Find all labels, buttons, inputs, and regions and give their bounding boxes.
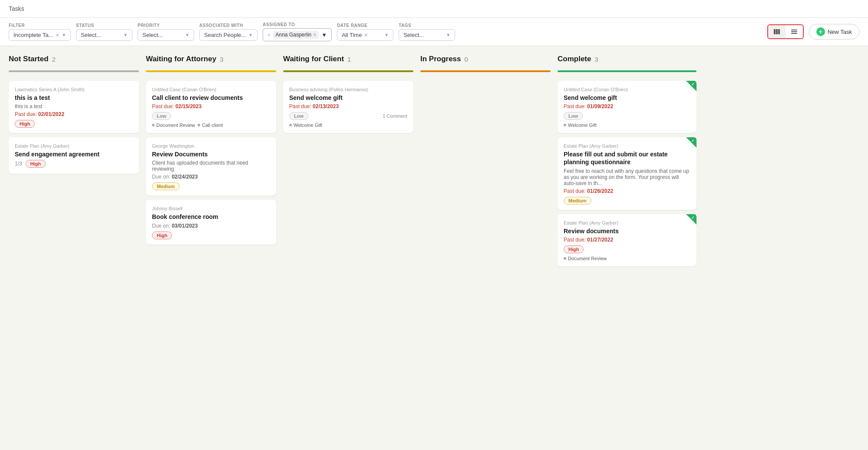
status-group: STATUS Select... ▼: [76, 23, 132, 41]
card-subtitle: Client has uploaded documents that need …: [152, 160, 270, 172]
page-title: Tasks: [9, 5, 24, 12]
column-count: 2: [52, 56, 56, 63]
card-subtitle: this is a test: [15, 103, 133, 109]
task-card[interactable]: George WashingtonReview DocumentsClient …: [146, 137, 276, 195]
status-label: STATUS: [76, 23, 132, 28]
assigned-label: ASSIGNED TO: [263, 22, 332, 27]
card-title: Send welcome gift: [564, 94, 690, 102]
card-meta: Estate Plan (Amy Garber): [564, 220, 690, 225]
task-card[interactable]: Business advising (Pollos Hermanos)Send …: [283, 81, 413, 133]
kanban-view-button[interactable]: [768, 25, 785, 38]
column-bar: [420, 70, 551, 72]
card-due-date: Past due: 02/15/2023: [152, 103, 270, 109]
tags-dropdown[interactable]: Select... ▼: [399, 29, 455, 41]
column-title: Not Started: [9, 55, 49, 63]
chevron-down-icon: ▼: [384, 33, 389, 37]
tag-item: Document Review: [564, 256, 607, 261]
tag-dot: [152, 124, 155, 126]
priority-dropdown[interactable]: Select... ▼: [138, 29, 194, 41]
remove-assigned[interactable]: ×: [313, 32, 316, 38]
complete-checkmark: ✓: [686, 214, 696, 225]
card-subtitle: Feel free to reach out with any question…: [564, 168, 690, 186]
view-toggle: [767, 24, 804, 39]
task-card[interactable]: ✓Untitled Case (Conan O'Brien)Send welco…: [558, 81, 696, 133]
column-header: In Progress0: [420, 55, 551, 63]
column-count: 3: [594, 56, 598, 63]
priority-badge: High: [564, 245, 584, 253]
card-meta: Untitled Case (Conan O'Brien): [564, 87, 690, 92]
complete-checkmark: ✓: [686, 137, 696, 148]
new-task-button[interactable]: + New Task: [809, 24, 859, 40]
card-due-date: Past due: 02/13/2023: [289, 103, 407, 109]
status-value: Select...: [81, 32, 101, 38]
column-title: Complete: [558, 55, 591, 63]
priority-badge: High: [15, 120, 35, 128]
associated-value: Search People...: [204, 32, 246, 38]
date-range-label: DATE RANGE: [337, 23, 393, 28]
date-range-value: All Time: [342, 32, 362, 38]
card-tags: Document ReviewCall client: [152, 122, 270, 128]
filter-label: FILTER: [9, 23, 71, 28]
comment-count: 1 Comment: [383, 113, 407, 119]
priority-value: Select...: [142, 32, 163, 38]
kanban-board: Not Started2Lawmatics Series A (John Smi…: [0, 46, 868, 435]
column-bar: [283, 70, 413, 72]
column-bar: [146, 70, 276, 72]
column-title: In Progress: [420, 55, 461, 63]
card-meta: Lawmatics Series A (John Smith): [15, 87, 133, 92]
column-waiting-client: Waiting for Client1Business advising (Po…: [283, 55, 413, 427]
column-not-started: Not Started2Lawmatics Series A (John Smi…: [9, 55, 139, 427]
column-count: 3: [220, 56, 223, 63]
filter-dropdown[interactable]: Incomplete Ta... × ▼: [9, 29, 71, 41]
date-range-clear[interactable]: ×: [364, 32, 368, 38]
card-tags: Welcome Gift: [289, 122, 407, 128]
card-tags: Document Review: [564, 256, 690, 261]
chevron-down-icon: ▼: [321, 32, 327, 38]
plus-icon: +: [816, 27, 825, 36]
card-due-date: Past due: 01/27/2022: [564, 237, 690, 243]
svg-rect-2: [778, 29, 780, 34]
task-card[interactable]: Untitled Case (Conan O'Brien)Call client…: [146, 81, 276, 133]
card-due-date: Past due: 02/01/2022: [15, 111, 133, 117]
card-meta: George Washington: [152, 143, 270, 149]
status-dropdown[interactable]: Select... ▼: [76, 29, 132, 41]
column-count: 0: [465, 56, 468, 63]
svg-rect-5: [791, 33, 797, 34]
priority-badge: High: [26, 160, 46, 168]
tags-value: Select...: [403, 32, 424, 38]
date-range-dropdown[interactable]: All Time × ▼: [337, 29, 393, 41]
priority-badge: Low: [152, 112, 171, 120]
tag-item: Document Review: [152, 122, 195, 128]
task-card[interactable]: Lawmatics Series A (John Smith)this is a…: [9, 81, 139, 133]
column-bar: [9, 70, 139, 72]
associated-dropdown[interactable]: Search People... ▼: [199, 29, 257, 41]
task-card[interactable]: ✓Estate Plan (Amy Garber)Review document…: [558, 214, 696, 266]
filter-clear[interactable]: ×: [56, 32, 59, 38]
tag-dot: [564, 257, 566, 260]
task-card[interactable]: Johnny BissellBook conference roomDue on…: [146, 200, 276, 244]
card-title: Call client to review documents: [152, 94, 270, 102]
card-title: this is a test: [15, 94, 133, 102]
priority-label: PRIORITY: [138, 23, 194, 28]
column-title: Waiting for Client: [283, 55, 344, 63]
tags-label: TAGS: [399, 23, 455, 28]
chevron-down-icon: ▼: [185, 33, 189, 37]
tag-item: Welcome Gift: [564, 122, 597, 128]
priority-badge: Medium: [152, 182, 180, 190]
task-card[interactable]: Estate Plan (Amy Garber)Send engagement …: [9, 137, 139, 174]
list-view-button[interactable]: [785, 25, 803, 38]
assigned-chip: Anna Gasperlin ×: [273, 31, 319, 39]
card-due-date: Due on: 02/24/2023: [152, 174, 270, 180]
column-count: 1: [347, 56, 351, 63]
tags-group: TAGS Select... ▼: [399, 23, 455, 41]
assigned-dropdown[interactable]: × Anna Gasperlin × ▼: [263, 28, 332, 41]
associated-group: ASSOCIATED WITH Search People... ▼: [199, 23, 257, 41]
column-title: Waiting for Attorney: [146, 55, 216, 63]
svg-rect-1: [776, 29, 778, 34]
filters-bar: FILTER Incomplete Ta... × ▼ STATUS Selec…: [0, 18, 868, 46]
priority-group: PRIORITY Select... ▼: [138, 23, 194, 41]
task-card[interactable]: ✓Estate Plan (Amy Garber)Please fill out…: [558, 137, 696, 209]
column-header: Waiting for Client1: [283, 55, 413, 63]
filter-group: FILTER Incomplete Ta... × ▼: [9, 23, 71, 41]
kanban-icon: [773, 28, 780, 35]
